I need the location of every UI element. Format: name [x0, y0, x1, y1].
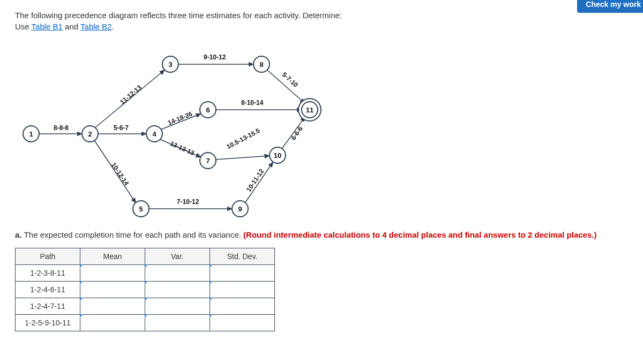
table-row: 1-2-4-6-11 [16, 282, 275, 298]
var-input[interactable] [145, 265, 210, 282]
std-input[interactable] [210, 298, 275, 315]
cell-marker-icon [210, 281, 213, 284]
var-input[interactable] [145, 298, 210, 315]
cell-marker-icon [145, 281, 148, 284]
th-var: Var. [145, 248, 210, 265]
edge-5-9: 7-10-12 [176, 198, 200, 206]
cell-marker-icon [210, 298, 213, 301]
question-a: a. The expected completion time for each… [15, 229, 628, 240]
question-prefix: a. [15, 230, 24, 239]
instruction-line1: The following precedence diagram reflect… [15, 11, 342, 20]
node-1: 1 [23, 125, 40, 142]
cell-marker-icon [145, 298, 148, 301]
node-3: 3 [162, 56, 179, 73]
th-path: Path [16, 248, 80, 265]
node-11: 11 [301, 101, 318, 118]
node-5: 5 [132, 200, 149, 217]
table-row: 1-2-4-7-11 [16, 298, 275, 315]
cell-marker-icon [210, 264, 213, 268]
node-2: 2 [81, 125, 99, 142]
cell-marker-icon [80, 314, 83, 317]
std-input[interactable] [210, 265, 275, 282]
answer-table: Path Mean Var. Std. Dev. 1-2-3-8-11 1-2-… [15, 248, 275, 331]
node-8: 8 [253, 56, 270, 73]
var-input[interactable] [145, 315, 210, 331]
svg-line-9 [215, 156, 270, 160]
cell-marker-icon [80, 298, 83, 301]
link-table-b1[interactable]: Table B1 [32, 22, 63, 31]
instruction-prefix: Use [15, 22, 32, 31]
node-7: 7 [199, 152, 216, 169]
path-cell: 1-2-5-9-10-11 [16, 315, 80, 331]
table-row: 1-2-3-8-11 [16, 265, 275, 282]
link-table-b2[interactable]: Table B2 [80, 22, 111, 31]
mean-input[interactable] [80, 315, 145, 331]
instruction-and: and [63, 22, 80, 31]
cell-marker-icon [145, 314, 148, 317]
edge-1-2: 8-8-8 [53, 124, 70, 132]
question-note: (Round intermediate calculations to 4 de… [243, 230, 596, 239]
edge-6-11: 8-10-14 [240, 99, 264, 107]
cell-marker-icon [80, 264, 83, 268]
instruction-period: . [111, 22, 114, 31]
edge-3-8: 9-10-12 [203, 54, 227, 61]
cell-marker-icon [210, 314, 213, 317]
mean-input[interactable] [80, 282, 145, 298]
cell-marker-icon [145, 264, 148, 268]
table-row: 1-2-5-9-10-11 [16, 315, 275, 331]
node-6: 6 [199, 101, 216, 118]
path-cell: 1-2-3-8-11 [16, 265, 80, 282]
path-cell: 1-2-4-7-11 [16, 298, 80, 315]
std-input[interactable] [210, 282, 275, 298]
path-cell: 1-2-4-6-11 [16, 282, 80, 298]
node-9: 9 [231, 200, 249, 217]
std-input[interactable] [210, 315, 275, 331]
mean-input[interactable] [80, 298, 145, 315]
cell-marker-icon [80, 281, 83, 284]
precedence-diagram: 1 2 3 4 5 6 7 8 9 10 11 8-8-8 11-12-13 5… [15, 37, 358, 219]
edge-2-4: 5-6-7 [113, 124, 130, 132]
var-input[interactable] [145, 282, 210, 298]
check-my-work-button[interactable]: Check my work [577, 0, 643, 13]
mean-input[interactable] [80, 265, 145, 282]
instructions: The following precedence diagram reflect… [15, 10, 628, 32]
question-text: The expected completion time for each pa… [24, 230, 243, 239]
node-10: 10 [269, 147, 286, 164]
node-4: 4 [146, 125, 163, 142]
th-std: Std. Dev. [210, 248, 275, 265]
th-mean: Mean [80, 248, 145, 265]
